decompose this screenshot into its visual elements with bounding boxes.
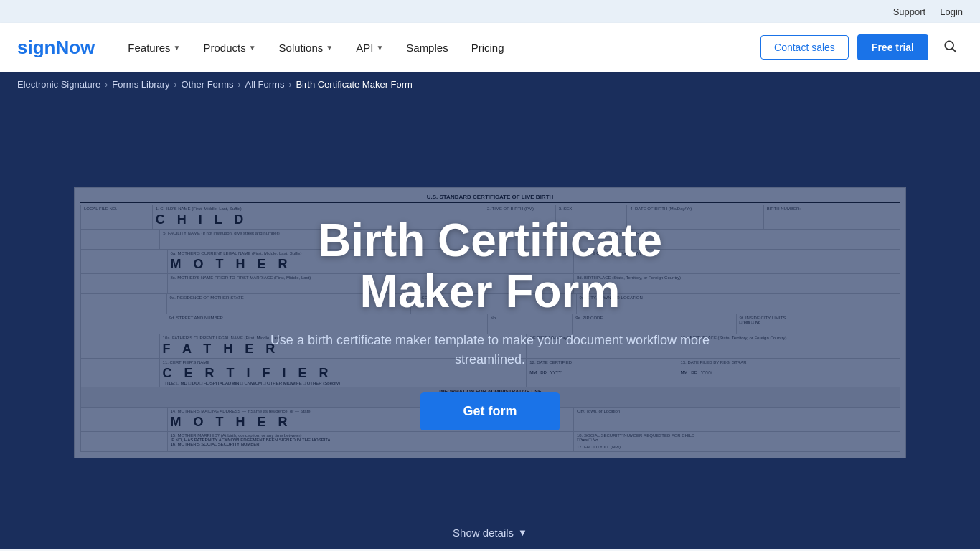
- hero-section: U.S. STANDARD CERTIFICATE OF LIVE BIRTH …: [0, 97, 980, 549]
- breadcrumb: Electronic Signature › Forms Library › O…: [0, 72, 980, 97]
- chevron-down-icon: ▼: [376, 44, 383, 52]
- breadcrumb-all-forms[interactable]: All Forms: [245, 79, 285, 90]
- search-button[interactable]: [937, 36, 963, 60]
- breadcrumb-separator: ›: [288, 80, 291, 90]
- search-icon: [943, 39, 957, 53]
- nav-item-solutions[interactable]: Solutions ▼: [269, 36, 344, 60]
- chevron-down-icon: ▼: [518, 527, 527, 538]
- breadcrumb-other-forms[interactable]: Other Forms: [182, 79, 234, 90]
- nav-actions: Contact sales Free trial: [760, 34, 963, 60]
- show-details-toggle[interactable]: Show details ▼: [453, 527, 527, 539]
- breadcrumb-current-page: Birth Certificate Maker Form: [296, 79, 413, 90]
- breadcrumb-electronic-signature[interactable]: Electronic Signature: [17, 79, 100, 90]
- login-link[interactable]: Login: [940, 6, 963, 17]
- breadcrumb-separator: ›: [238, 80, 241, 90]
- svg-line-1: [953, 48, 956, 52]
- logo[interactable]: signNow: [17, 37, 95, 59]
- utility-bar: Support Login: [0, 0, 980, 23]
- chevron-down-icon: ▼: [326, 44, 333, 52]
- hero-subtitle: Use a birth certificate maker template t…: [253, 331, 727, 369]
- logo-text: signNow: [17, 37, 95, 59]
- chevron-down-icon: ▼: [174, 44, 181, 52]
- nav-item-api[interactable]: API ▼: [346, 36, 393, 60]
- contact-sales-button[interactable]: Contact sales: [760, 35, 849, 60]
- page-title: Birth Certificate Maker Form: [253, 215, 727, 316]
- chevron-down-icon: ▼: [249, 44, 256, 52]
- navbar: signNow Features ▼ Products ▼ Solutions …: [0, 23, 980, 72]
- breadcrumb-separator: ›: [105, 80, 108, 90]
- get-form-button[interactable]: Get form: [420, 392, 560, 430]
- nav-item-features[interactable]: Features ▼: [118, 36, 190, 60]
- hero-content: Birth Certificate Maker Form Use a birth…: [239, 201, 741, 445]
- nav-item-samples[interactable]: Samples: [396, 36, 458, 60]
- nav-item-pricing[interactable]: Pricing: [461, 36, 514, 60]
- nav-item-products[interactable]: Products ▼: [193, 36, 265, 60]
- free-trial-button[interactable]: Free trial: [857, 34, 928, 60]
- breadcrumb-separator: ›: [174, 80, 177, 90]
- show-details-label: Show details: [453, 527, 514, 539]
- support-link[interactable]: Support: [893, 6, 926, 17]
- nav-items: Features ▼ Products ▼ Solutions ▼ API ▼ …: [118, 36, 760, 60]
- breadcrumb-forms-library[interactable]: Forms Library: [112, 79, 169, 90]
